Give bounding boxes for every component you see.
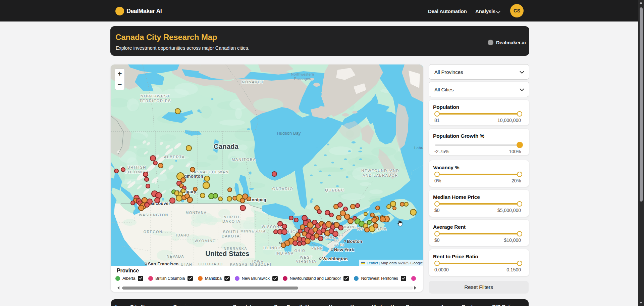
svg-text:WASHINGTON: WASHINGTON (139, 213, 168, 217)
svg-text:KANSAS: KANSAS (230, 262, 248, 266)
svg-text:Labrad: Labrad (414, 146, 423, 150)
svg-text:ALBERTA: ALBERTA (164, 155, 185, 159)
svg-text:DAKOTA: DAKOTA (222, 219, 240, 223)
svg-text:MINNESOTA: MINNESOTA (240, 229, 266, 233)
svg-text:MANITOBA: MANITOBA (232, 158, 256, 162)
svg-text:COLORADO: COLORADO (199, 262, 223, 266)
svg-text:Hudson Bay: Hudson Bay (277, 131, 301, 136)
svg-text:MAINE: MAINE (343, 225, 357, 229)
svg-text:IDAHO: IDAHO (176, 233, 190, 237)
svg-text:MISSOURI: MISSOURI (250, 262, 272, 266)
svg-text:| Map data ©2025 Google: | Map data ©2025 Google (379, 261, 423, 265)
svg-text:ILLINOIS: ILLINOIS (263, 246, 282, 250)
svg-text:SOUTH: SOUTH (223, 230, 239, 234)
svg-text:DAKOTA: DAKOTA (222, 234, 240, 238)
svg-text:NEVADA: NEVADA (167, 254, 184, 258)
svg-text:CT RI: CT RI (334, 243, 345, 247)
svg-text:UTAH: UTAH (181, 262, 192, 266)
svg-text:NORTH: NORTH (224, 215, 239, 219)
svg-text:Canada: Canada (214, 142, 239, 150)
svg-text:WYOMING: WYOMING (195, 239, 216, 243)
svg-text:OREGON: OREGON (144, 230, 162, 234)
svg-text:United States: United States (206, 250, 250, 257)
svg-text:TERRITORIES: TERRITORIES (140, 99, 171, 103)
svg-text:Passages: Passages (294, 77, 311, 81)
svg-text:PENN: PENN (311, 246, 323, 250)
svg-text:NUNAVUT: NUNAVUT (242, 80, 264, 84)
svg-text:WEST: WEST (300, 255, 313, 259)
svg-text:VIRGINIA: VIRGINIA (296, 259, 316, 263)
svg-text:Leaflet: Leaflet (367, 261, 378, 265)
svg-text:AND LABRADOR: AND LABRADOR (363, 173, 398, 177)
svg-text:NH: NH (338, 233, 343, 237)
svg-text:NEWFOUNDLAND: NEWFOUNDLAND (361, 169, 399, 173)
svg-text:BRITISH: BRITISH (127, 165, 147, 169)
svg-text:OHIO: OHIO (294, 249, 305, 253)
svg-text:NEBRASKA: NEBRASKA (224, 247, 247, 251)
svg-text:MONTANA: MONTANA (186, 211, 207, 215)
svg-text:MA: MA (334, 238, 340, 242)
svg-text:NORTHWEST: NORTHWEST (141, 94, 170, 98)
svg-text:QUEBEC: QUEBEC (325, 188, 344, 192)
svg-text:New York: New York (334, 247, 354, 252)
svg-text:INDIANA: INDIANA (276, 251, 294, 255)
svg-text:Boston: Boston (347, 239, 362, 244)
svg-text:ONTARIO: ONTARIO (272, 187, 293, 191)
svg-text:San Francisco: San Francisco (148, 261, 178, 266)
svg-text:Washington: Washington (322, 256, 348, 261)
svg-text:Northwestern: Northwestern (291, 72, 314, 76)
